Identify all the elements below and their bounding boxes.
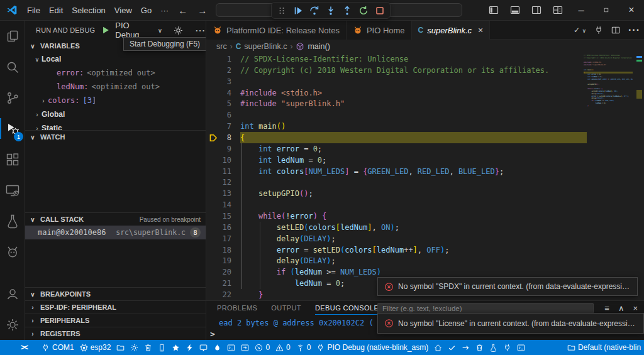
line-number[interactable]: 11 <box>206 167 235 176</box>
line-number[interactable]: 15 <box>206 212 235 221</box>
menu-edit[interactable]: Edit <box>45 4 67 17</box>
line-number[interactable]: 20 <box>206 268 235 276</box>
line-number[interactable]: 9 <box>206 145 235 153</box>
restart-icon[interactable] <box>357 4 370 18</box>
statusbar-serial-port[interactable]: COM1 <box>42 343 74 352</box>
call-stack-section-header[interactable]: ∨ CALL STACK Paused on breakpoint <box>25 212 206 226</box>
drag-grip-icon[interactable] <box>275 4 289 18</box>
variable-row[interactable]: ›Global <box>25 107 206 121</box>
code-line[interactable]: 19 delay(DELAY); <box>206 255 644 266</box>
line-number[interactable]: 19 <box>206 256 235 265</box>
activitybar-testing-icon[interactable] <box>0 205 25 236</box>
nav-forward-icon[interactable]: → <box>192 5 212 16</box>
statusbar-device-target[interactable] <box>158 344 166 352</box>
chevron-icon[interactable]: › <box>33 125 42 131</box>
statusbar-export[interactable] <box>241 344 249 352</box>
panel-tab-output[interactable]: OUTPUT <box>271 302 301 315</box>
code-line[interactable]: 13 setupGPIO(); <box>206 188 644 199</box>
line-number[interactable]: 13 <box>206 189 235 198</box>
breadcrumb-src[interactable]: src <box>216 42 227 51</box>
statusbar-project-environment[interactable]: Default (native-blin <box>567 343 641 352</box>
line-number[interactable]: 3 <box>206 77 235 86</box>
code-line[interactable]: 10 int ledNum = 0; <box>206 155 644 166</box>
menu-view[interactable]: View <box>110 4 136 17</box>
line-number[interactable]: 1 <box>206 55 235 63</box>
chevron-icon[interactable]: ∨ <box>33 56 42 63</box>
code-line[interactable]: 2// Copyright (c) 2018 Western Digital C… <box>206 65 644 76</box>
statusbar-star[interactable] <box>172 344 180 352</box>
section-registers[interactable]: ›REGISTERS <box>25 327 206 340</box>
statusbar-board[interactable]: esp32 <box>80 343 111 352</box>
line-number[interactable]: 6 <box>206 111 235 119</box>
activitybar-run-and-debug-icon[interactable]: 1 <box>0 113 25 144</box>
statusbar-errors[interactable]: 0 <box>255 343 270 352</box>
code-line[interactable]: 9 int error = 0; <box>206 143 644 155</box>
statusbar-ports-count[interactable]: 0 <box>296 343 311 352</box>
maximize-button[interactable] <box>594 0 619 20</box>
chevron-down-icon[interactable]: ∨ <box>158 27 162 34</box>
debug-console-prompt[interactable]: > <box>210 329 215 339</box>
menu-[interactable]: ··· <box>156 4 173 17</box>
line-number[interactable]: 16 <box>206 223 235 232</box>
code-line[interactable]: 5#include "superBlink.h" <box>206 98 644 109</box>
statusbar-warnings[interactable]: 0 <box>275 343 291 352</box>
close-panel-icon[interactable]: × <box>633 303 638 313</box>
statusbar-pio-clean[interactable] <box>475 344 484 352</box>
chevron-icon[interactable]: › <box>39 97 48 104</box>
code-line[interactable]: 11 int colors[NUM_LEDS] = {GREEN_LED, RE… <box>206 166 644 177</box>
line-number[interactable]: 5 <box>206 99 235 108</box>
breadcrumb-file[interactable]: superBlink.c <box>244 42 287 51</box>
code-line[interactable]: 16 setLED(colors[ledNum], ON); <box>206 222 644 233</box>
breadcrumb-symbol[interactable]: main() <box>308 42 330 51</box>
code-line[interactable]: 8{ <box>206 132 644 143</box>
statusbar-pio-serial-monitor[interactable] <box>503 344 511 352</box>
activitybar-platformio-icon[interactable] <box>0 236 25 267</box>
line-number[interactable]: 22 <box>206 290 235 299</box>
statusbar-remote-indicator[interactable]: >< <box>21 343 36 352</box>
call-stack-frame[interactable]: main@0x20010e86 src\superBlink.c 8 <box>25 226 206 239</box>
run-or-debug-icon[interactable]: ✓ ∨ <box>574 26 586 35</box>
section-peripherals[interactable]: ›PERIPHERALS <box>25 314 206 327</box>
menu-selection[interactable]: Selection <box>67 4 109 17</box>
debug-console-filter-input[interactable] <box>377 303 594 314</box>
statusbar-idf-terminal[interactable] <box>227 344 235 352</box>
tab-pio-home[interactable]: PIO Home <box>347 21 412 40</box>
statusbar-debug-config[interactable]: PIO Debug (native-blink_asm) <box>316 343 428 352</box>
activitybar-explorer-icon[interactable] <box>0 21 25 52</box>
statusbar-pio-test[interactable] <box>489 344 497 352</box>
activitybar-remote-explorer-icon[interactable] <box>0 175 25 205</box>
minimap[interactable]: // SPDX-License-Identifier: Unlicense// … <box>584 55 633 111</box>
stop-icon[interactable] <box>373 4 387 18</box>
code-line[interactable]: 18 error = setLED(colors[ledNum++], OFF)… <box>206 244 644 256</box>
chevron-icon[interactable]: › <box>33 111 42 118</box>
continue-icon[interactable] <box>291 4 305 18</box>
line-number[interactable]: 17 <box>206 234 235 243</box>
plug-icon[interactable] <box>594 26 603 35</box>
menu-go[interactable]: Go <box>136 4 156 17</box>
statusbar-pio-build[interactable] <box>448 344 456 352</box>
maximize-panel-icon[interactable]: ∧ <box>618 303 625 313</box>
activitybar-manage-icon[interactable] <box>0 309 25 340</box>
watch-section-header[interactable]: ∨ WATCH <box>25 130 206 143</box>
statusbar-idf-settings[interactable] <box>130 344 138 352</box>
statusbar-pio-upload[interactable] <box>462 344 470 352</box>
notification-toast[interactable]: No symbol "SPDX" in current context. (fr… <box>377 277 638 296</box>
variable-row[interactable]: error:<optimized out> <box>25 66 206 80</box>
toggle-panel-icon[interactable] <box>510 5 520 15</box>
panel-tab-debug-console[interactable]: DEBUG CONSOLE <box>315 302 379 315</box>
menu-file[interactable]: File <box>23 4 45 17</box>
step-out-icon[interactable] <box>340 4 354 18</box>
close-tab-icon[interactable]: × <box>478 25 483 35</box>
code-line[interactable]: 4#include <stdio.h> <box>206 87 644 99</box>
variable-row[interactable]: ›colors:[3] <box>25 94 206 107</box>
gear-icon[interactable] <box>174 26 183 35</box>
minimize-button[interactable]: ─ <box>569 0 594 20</box>
statusbar-pio-home[interactable] <box>434 344 442 352</box>
panel-tab-problems[interactable]: PROBLEMS <box>217 302 257 315</box>
notification-toast[interactable]: No symbol "License" in current context. … <box>377 313 644 334</box>
code-line[interactable]: 14 <box>206 199 644 210</box>
statusbar-erase-flash[interactable] <box>213 344 221 352</box>
activitybar-search-icon[interactable] <box>0 52 25 82</box>
line-number[interactable]: 2 <box>206 66 235 75</box>
variable-row[interactable]: ∨Local <box>25 52 206 66</box>
